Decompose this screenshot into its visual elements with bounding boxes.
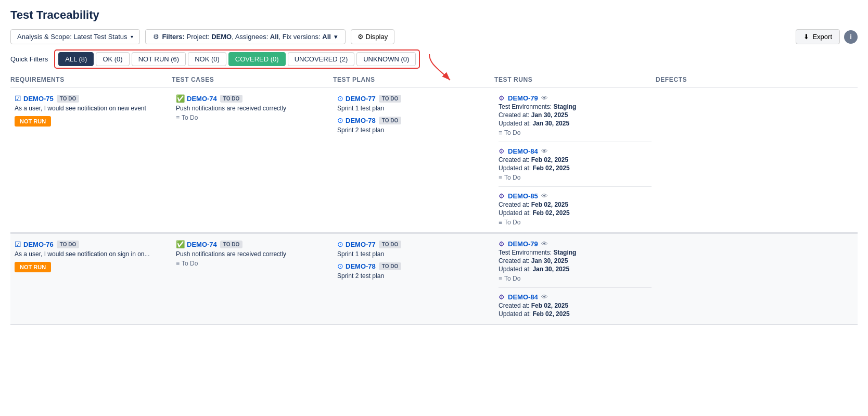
tr2-substatus: ≡ To Do xyxy=(499,174,652,181)
tr1-link[interactable]: DEMO-79 xyxy=(508,94,538,102)
quick-filters-label: Quick Filters xyxy=(10,55,48,63)
col-requirements: Requirements xyxy=(10,76,172,83)
tc-link[interactable]: DEMO-74 xyxy=(187,95,217,103)
tr2-2-eye-icon[interactable]: 👁 xyxy=(541,293,548,301)
qf-covered-button[interactable]: COVERED (0) xyxy=(228,52,286,66)
tr3-gear-icon: ⚙ xyxy=(499,192,505,200)
tp1-status: TO DO xyxy=(379,95,401,103)
tp2-icon: ⊙ xyxy=(337,116,343,124)
tr2-2-updated: Updated at: Feb 02, 2025 xyxy=(499,310,652,318)
toolbar: Analysis & Scope: Latest Test Status ▾ ⚙… xyxy=(10,29,858,44)
export-label: Export xyxy=(812,33,832,41)
tp2-1-link[interactable]: DEMO-77 xyxy=(346,241,376,248)
tc2-desc: Push notifications are received correctl… xyxy=(176,250,329,258)
tp1-desc: Sprint 1 test plan xyxy=(337,105,490,112)
req-checkbox-icon: ☑ xyxy=(15,94,21,103)
testruns-cell-2: ⚙ DEMO-79 👁 Test Environments: Staging C… xyxy=(494,234,656,324)
tr1-created: Created at: Jan 30, 2025 xyxy=(499,111,652,119)
tr2-1-eye-icon[interactable]: 👁 xyxy=(541,240,548,248)
filter-icon: ⚙ xyxy=(153,33,159,41)
testplans-cell-2: ⊙ DEMO-77 TO DO Sprint 1 test plan ⊙ DEM… xyxy=(333,234,494,324)
tr2-link[interactable]: DEMO-84 xyxy=(508,147,538,155)
not-run-badge: NOT RUN xyxy=(15,116,51,127)
tp2-1-status: TO DO xyxy=(379,241,401,248)
quick-filters-box: ALL (8) OK (0) NOT RUN (6) NOK (0) COVER… xyxy=(54,49,420,69)
tr3-eye-icon[interactable]: 👁 xyxy=(541,192,548,200)
tr1-gear-icon: ⚙ xyxy=(499,94,505,102)
quick-filters-row: Quick Filters ALL (8) OK (0) NOT RUN (6)… xyxy=(10,49,858,69)
tp1-link[interactable]: DEMO-77 xyxy=(346,95,376,103)
download-icon: ⬇ xyxy=(803,33,809,41)
qf-all-button[interactable]: ALL (8) xyxy=(58,52,94,66)
tr3-todo-icon: ≡ xyxy=(499,219,502,226)
qf-nok-button[interactable]: NOK (0) xyxy=(188,52,226,66)
tp2-link[interactable]: DEMO-78 xyxy=(346,117,376,124)
chevron-down-icon-filter: ▾ xyxy=(334,33,338,41)
tr2-created: Created at: Feb 02, 2025 xyxy=(499,156,652,163)
testruns-cell: ⚙ DEMO-79 👁 Test Environments: Staging C… xyxy=(494,88,656,232)
tp2-1-icon: ⊙ xyxy=(337,240,343,248)
tr1-todo-icon: ≡ xyxy=(499,129,502,136)
tr3-created: Created at: Feb 02, 2025 xyxy=(499,201,652,208)
qf-ok-button[interactable]: OK (0) xyxy=(96,52,129,66)
testplans-cell: ⊙ DEMO-77 TO DO Sprint 1 test plan ⊙ DEM… xyxy=(333,88,494,232)
requirement-cell: ☑ DEMO-75 TO DO As a user, I would see n… xyxy=(10,88,172,232)
filter-label: Filters: Project: DEMO, Assignees: All, … xyxy=(162,33,331,41)
tp2-2-icon: ⊙ xyxy=(337,262,343,270)
filter-button[interactable]: ⚙ Filters: Project: DEMO, Assignees: All… xyxy=(145,29,346,44)
testrun2-item-2: ⚙ DEMO-84 👁 Created at: Feb 02, 2025 Upd… xyxy=(499,287,652,318)
tr1-env: Test Environments: Staging xyxy=(499,103,652,110)
tr2-1-gear-icon: ⚙ xyxy=(499,240,505,248)
scope-button[interactable]: Analysis & Scope: Latest Test Status ▾ xyxy=(10,29,140,44)
tc-desc: Push notifications are received correctl… xyxy=(176,105,329,112)
display-icon: ⚙ xyxy=(358,33,364,41)
tr2-todo-icon: ≡ xyxy=(499,174,502,181)
qf-unknown-button[interactable]: UNKNOWN (0) xyxy=(356,52,416,66)
tp2-1-desc: Sprint 1 test plan xyxy=(337,250,490,258)
testcase-cell: ✅ DEMO-74 TO DO Push notifications are r… xyxy=(172,88,333,232)
testrun2-item-1: ⚙ DEMO-79 👁 Test Environments: Staging C… xyxy=(499,240,652,282)
arrow-annotation xyxy=(424,54,466,85)
page-title: Test Traceability xyxy=(10,8,858,22)
tr2-2-gear-icon: ⚙ xyxy=(499,293,505,301)
tc2-substatus: ≡ To Do xyxy=(176,260,329,267)
req-link[interactable]: DEMO-75 xyxy=(23,95,54,103)
tp2-2-status: TO DO xyxy=(379,262,401,270)
tr2-1-created: Created at: Jan 30, 2025 xyxy=(499,257,652,264)
tr1-eye-icon[interactable]: 👁 xyxy=(541,94,548,102)
qf-uncovered-button[interactable]: UNCOVERED (2) xyxy=(288,52,355,66)
tr2-eye-icon[interactable]: 👁 xyxy=(541,147,548,155)
req-desc: As a user, I would see notification on n… xyxy=(15,105,168,112)
col-testplans: Test Plans xyxy=(333,76,494,83)
defects-cell-1 xyxy=(656,88,817,232)
col-testruns: Test Runs xyxy=(494,76,656,83)
tr3-substatus: ≡ To Do xyxy=(499,219,652,226)
display-button[interactable]: ⚙ Display xyxy=(351,29,394,44)
tc2-check-icon: ✅ xyxy=(176,240,185,248)
tc-status-badge: TO DO xyxy=(220,95,242,103)
testrun-item-1: ⚙ DEMO-79 👁 Test Environments: Staging C… xyxy=(499,94,652,136)
table-row: ☑ DEMO-76 TO DO As a user, I would see n… xyxy=(10,234,858,325)
tr3-updated: Updated at: Feb 02, 2025 xyxy=(499,209,652,217)
qf-notrun-button[interactable]: NOT RUN (6) xyxy=(132,52,186,66)
tr3-link[interactable]: DEMO-85 xyxy=(508,192,538,200)
tc2-status-badge: TO DO xyxy=(220,241,242,248)
chevron-down-icon: ▾ xyxy=(131,34,133,40)
req-status-badge: TO DO xyxy=(57,95,79,103)
tr2-1-todo-icon: ≡ xyxy=(499,275,502,282)
tc2-link[interactable]: DEMO-74 xyxy=(187,241,217,248)
export-button[interactable]: ⬇ Export xyxy=(796,29,840,44)
display-label: Display xyxy=(366,33,388,41)
col-defects: Defects xyxy=(656,76,817,83)
tp2-2-link[interactable]: DEMO-78 xyxy=(346,262,376,270)
tc-check-icon: ✅ xyxy=(176,94,185,103)
req2-link[interactable]: DEMO-76 xyxy=(23,241,54,248)
tr1-updated: Updated at: Jan 30, 2025 xyxy=(499,120,652,127)
tr2-1-env: Test Environments: Staging xyxy=(499,249,652,256)
info-button[interactable]: i xyxy=(844,30,858,44)
testcase-cell-2: ✅ DEMO-74 TO DO Push notifications are r… xyxy=(172,234,333,324)
tr2-2-link[interactable]: DEMO-84 xyxy=(508,293,538,301)
tr2-1-link[interactable]: DEMO-79 xyxy=(508,240,538,248)
tp2-2-desc: Sprint 2 test plan xyxy=(337,272,490,280)
tp1-icon: ⊙ xyxy=(337,94,343,103)
